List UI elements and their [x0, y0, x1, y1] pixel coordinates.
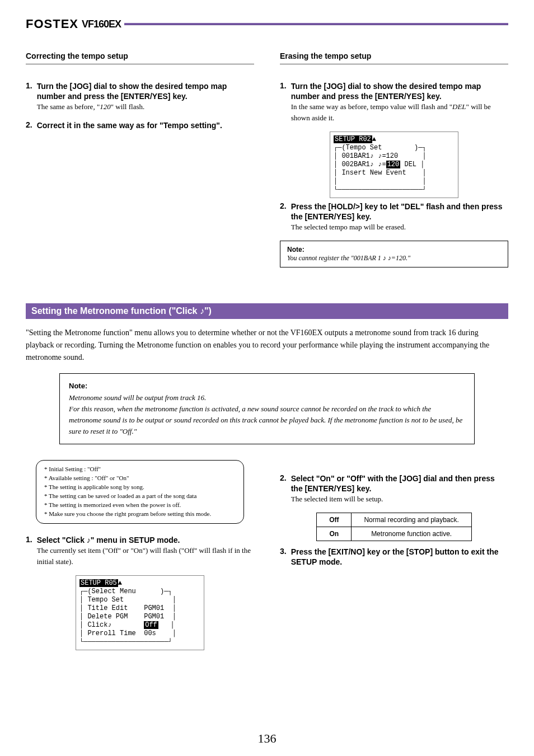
- page-number: 136: [0, 731, 534, 746]
- spec-line: * Available setting : "Off" or "On": [44, 474, 236, 483]
- table-cell: Metronome function active.: [352, 527, 471, 541]
- note-body: You cannot register the "001BAR 1 ♪ ♪=12…: [287, 254, 501, 262]
- lcd-line: └─────────────────────┘: [334, 186, 455, 194]
- text: Initial Setting : "Off": [49, 466, 101, 472]
- text: Make sure you choose the right program b…: [49, 510, 211, 517]
- step-desc: The same as before, "120" will flash.: [37, 101, 254, 112]
- lcd-caret: ▲: [118, 579, 122, 587]
- upper-columns: Correcting the tempo setup 1. Turn the […: [26, 48, 508, 272]
- step-number: 1.: [280, 81, 287, 124]
- right-column: Erasing the tempo setup 1. Turn the [JOG…: [280, 48, 508, 272]
- note-body: Metronome sound will be output from trac…: [69, 392, 465, 438]
- section-body-text: "Setting the Metronome function" menu al…: [26, 327, 508, 363]
- spec-line: * Initial Setting : "Off": [44, 465, 236, 474]
- step-title: Correct it in the same way as for "Tempo…: [37, 121, 222, 130]
- table-cell: Normal recording and playback.: [352, 513, 471, 527]
- spec-line: * The setting is memorized even when the…: [44, 501, 236, 510]
- lcd-line: │ Preroll Time 00s │: [79, 630, 200, 638]
- text: The same as before, ": [37, 102, 100, 111]
- lcd-line: │ 001BAR1♪ ♪=120 │: [334, 152, 455, 161]
- step-desc: The selected item will be setup.: [291, 494, 508, 505]
- note-head: Note:: [69, 382, 87, 390]
- lower-right-step-2: 2. Select "On" or "Off" with the [JOG] d…: [280, 473, 508, 505]
- text: The setting is applicable song by song.: [49, 483, 144, 490]
- note-box: Note: You cannot register the "001BAR 1 …: [280, 241, 508, 267]
- lower-left-column: * Initial Setting : "Off" * Available se…: [26, 454, 254, 654]
- left-step-1: 1. Turn the [JOG] dial to show the desir…: [26, 81, 254, 112]
- lcd-line: │ Delete PGM PGM01 │: [79, 613, 200, 621]
- text: The setting is memorized even when the p…: [49, 501, 181, 508]
- step-number: 2.: [280, 201, 287, 233]
- text: │: [158, 621, 175, 629]
- spec-box: * Initial Setting : "Off" * Available se…: [36, 460, 244, 524]
- spec-line: * The setting is applicable song by song…: [44, 483, 236, 492]
- lcd-screen-setup-menu: SETUP R05▲ ┌─(Select Menu )─┐ │ Tempo Se…: [76, 575, 204, 650]
- step-title: Press the [EXIT/NO] key or the [STOP] bu…: [291, 547, 499, 566]
- step-number: 2.: [26, 120, 32, 130]
- header: FOSTEX VF160EX: [26, 17, 508, 31]
- lower-columns: * Initial Setting : "Off" * Available se…: [26, 454, 508, 654]
- lcd-line: ┌─(Tempo Set )─┐: [334, 144, 455, 152]
- step-number: 1.: [26, 535, 32, 567]
- text: │ Click♪: [79, 621, 144, 629]
- right-step-2: 2. Press the [HOLD/>] key to let "DEL" f…: [280, 201, 508, 233]
- text: │ 002BAR1♪ ♪=: [334, 161, 386, 168]
- text: Available setting : "Off" or "On": [49, 475, 129, 481]
- header-rule-line: [124, 23, 508, 25]
- lcd-highlight-value: Off: [144, 621, 158, 629]
- text: In the same way as before, tempo value w…: [291, 102, 452, 111]
- text: The setting can be saved or loaded as a …: [49, 492, 196, 499]
- lower-right-step-3: 3. Press the [EXIT/NO] key or the [STOP]…: [280, 547, 508, 567]
- left-column: Correcting the tempo setup 1. Turn the […: [26, 48, 254, 272]
- step-title: Turn the [JOG] dial to show the desired …: [291, 82, 481, 101]
- lower-left-step-1: 1. Select "Click ♪" menu in SETUP mode. …: [26, 535, 254, 567]
- model-label: VF160EX: [82, 18, 121, 30]
- table-head-on: On: [317, 527, 352, 541]
- lcd-line: SETUP R02▲: [334, 135, 455, 144]
- lcd-title: SETUP R05: [79, 579, 118, 587]
- lcd-screen-tempo: SETUP R02▲ ┌─(Tempo Set )─┐ │ 001BAR1♪ ♪…: [330, 132, 458, 198]
- lcd-caret: ▲: [372, 135, 376, 143]
- step-number: 3.: [280, 547, 287, 567]
- lcd-line: ┌─(Select Menu )─┐: [79, 588, 200, 596]
- step-desc: The currently set item ("Off" or "On") w…: [37, 545, 254, 567]
- table-head-off: Off: [317, 513, 352, 527]
- lcd-highlight-value: 120: [386, 161, 401, 168]
- lcd-line: │ 002BAR1♪ ♪=120 DEL │: [334, 161, 455, 169]
- lcd-line: SETUP R05▲: [79, 579, 200, 588]
- lcd-line: │ │: [334, 177, 455, 186]
- left-step-2: 2. Correct it in the same way as for "Te…: [26, 120, 254, 130]
- setting-table: Off Normal recording and playback. On Me…: [316, 513, 472, 541]
- step-title: Select "Click ♪" menu in SETUP mode.: [37, 536, 180, 544]
- section-title-bar: Setting the Metronome function ("Click ♪…: [26, 303, 508, 319]
- spec-line: * The setting can be saved or loaded as …: [44, 492, 236, 501]
- lcd-title: SETUP R02: [334, 135, 372, 143]
- step-title: Turn the [JOG] dial to show the desired …: [37, 82, 227, 101]
- step-desc: The selected tempo map will be erased.: [291, 222, 508, 233]
- lcd-line: └─────────────────────┘: [79, 638, 200, 646]
- right-section-title: Erasing the tempo setup: [280, 51, 508, 64]
- section-note-frame: Note: Metronome sound will be output fro…: [59, 373, 475, 444]
- lcd-line: │ Click♪ Off │: [79, 621, 200, 630]
- note-head: Note:: [287, 246, 305, 253]
- brand-logo: FOSTEX: [26, 17, 78, 31]
- lcd-line: │ Insert New Event │: [334, 169, 455, 177]
- step-desc: In the same way as before, tempo value w…: [291, 101, 508, 124]
- text: " will flash.: [111, 102, 145, 111]
- left-section-title: Correcting the tempo setup: [26, 51, 254, 64]
- spec-line: * Make sure you choose the right program…: [44, 510, 236, 519]
- page: FOSTEX VF160EX Correcting the tempo setu…: [0, 0, 534, 756]
- step-title: Select "On" or "Off" with the [JOG] dial…: [291, 474, 495, 493]
- step-number: 2.: [280, 473, 287, 505]
- table-row: Off Normal recording and playback.: [317, 513, 472, 527]
- right-step-1: 1. Turn the [JOG] dial to show the desir…: [280, 81, 508, 124]
- step-number: 1.: [26, 81, 32, 112]
- lower-right-column: 2. Select "On" or "Off" with the [JOG] d…: [280, 454, 508, 654]
- lcd-line: │ Tempo Set │: [79, 596, 200, 604]
- text: DEL │: [400, 161, 424, 168]
- flash-value: 120: [100, 102, 111, 111]
- del-label: DEL: [452, 102, 466, 111]
- table-row: On Metronome function active.: [317, 527, 472, 541]
- step-title: Press the [HOLD/>] key to let "DEL" flas…: [291, 202, 503, 221]
- lcd-line: │ Title Edit PGM01 │: [79, 604, 200, 613]
